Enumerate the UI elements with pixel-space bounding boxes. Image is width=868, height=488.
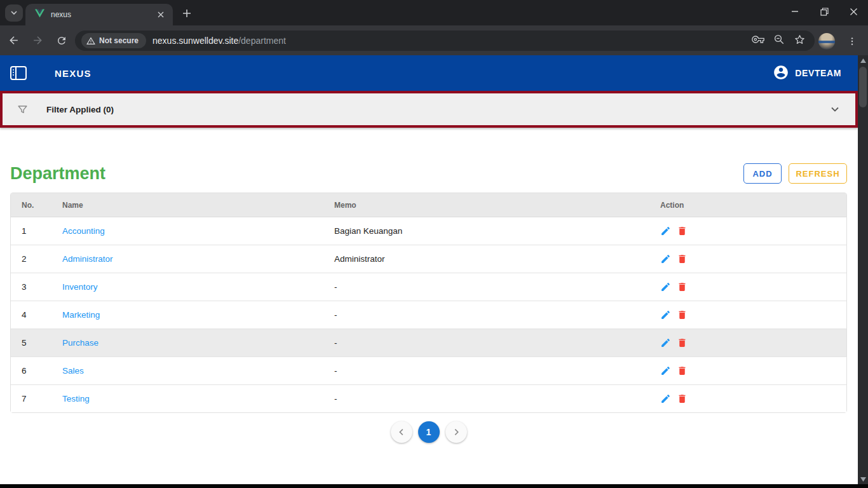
restore-button[interactable] <box>810 0 839 23</box>
row-name-link[interactable]: Testing <box>62 394 90 403</box>
window-bottom-edge <box>0 484 868 488</box>
prev-page-button[interactable] <box>391 421 412 443</box>
row-name-link[interactable]: Purchase <box>62 338 98 348</box>
user-name: DEVTEAM <box>795 68 841 78</box>
row-memo: Bagian Keuangan <box>323 217 649 245</box>
delete-trash-icon[interactable] <box>677 309 688 320</box>
app-title: NEXUS <box>55 68 92 79</box>
row-name-link[interactable]: Administrator <box>62 254 113 264</box>
bookmark-star-icon[interactable] <box>794 34 806 48</box>
delete-trash-icon[interactable] <box>677 393 688 404</box>
filter-funnel-icon <box>17 104 29 116</box>
edit-pencil-icon[interactable] <box>660 254 671 264</box>
minimize-button[interactable] <box>780 0 810 23</box>
delete-trash-icon[interactable] <box>677 281 688 292</box>
security-badge[interactable]: Not secure <box>81 33 146 48</box>
chevron-left-icon <box>397 428 406 437</box>
reload-icon[interactable] <box>51 30 72 51</box>
delete-trash-icon[interactable] <box>677 226 688 236</box>
profile-avatar[interactable] <box>818 33 835 50</box>
sidebar-toggle-icon[interactable] <box>8 62 29 84</box>
main-content: Department ADD REFRESH No. Name Memo Act… <box>0 128 858 443</box>
table-row: 3 Inventory - <box>11 273 846 301</box>
delete-trash-icon[interactable] <box>677 365 688 376</box>
delete-trash-icon[interactable] <box>677 337 688 348</box>
page-content: NEXUS DEVTEAM Filter Applied (0) Departm… <box>0 55 858 484</box>
table-row: 7 Testing - <box>11 385 846 412</box>
address-bar[interactable]: Not secure nexus.sunwelldev.site/departm… <box>75 30 815 51</box>
browser-tab[interactable]: nexus <box>25 4 173 25</box>
filter-panel[interactable]: Filter Applied (0) <box>0 91 858 128</box>
delete-trash-icon[interactable] <box>677 254 688 264</box>
browser-toolbar: Not secure nexus.sunwelldev.site/departm… <box>0 25 868 55</box>
refresh-button[interactable]: REFRESH <box>789 163 847 184</box>
col-header-name: Name <box>51 193 323 217</box>
next-page-button[interactable] <box>445 421 467 443</box>
row-memo: - <box>323 301 649 329</box>
page-title: Department <box>10 164 105 184</box>
row-name-link[interactable]: Sales <box>62 366 84 376</box>
edit-pencil-icon[interactable] <box>660 337 671 348</box>
row-memo: - <box>323 329 649 357</box>
department-table: No. Name Memo Action 1 Accounting Bagian… <box>10 193 847 413</box>
row-memo: - <box>323 357 649 385</box>
account-circle-icon <box>773 64 789 83</box>
table-row: 4 Marketing - <box>11 301 846 329</box>
row-no: 1 <box>11 217 51 245</box>
table-row: 2 Administrator Administrator <box>11 245 846 273</box>
tab-close-icon[interactable] <box>155 9 166 20</box>
passwords-key-icon[interactable] <box>752 33 764 48</box>
page-1-button[interactable]: 1 <box>418 421 440 443</box>
row-name-link[interactable]: Marketing <box>62 310 100 320</box>
scroll-up-icon[interactable] <box>858 55 868 65</box>
pagination: 1 <box>10 421 847 443</box>
table-row: 5 Purchase - <box>11 329 846 357</box>
tab-search-button[interactable] <box>5 4 23 22</box>
menu-dots-icon[interactable] <box>841 30 863 52</box>
filter-chevron-down-icon[interactable] <box>830 104 840 114</box>
window-controls <box>780 0 868 25</box>
warning-icon <box>86 37 95 45</box>
col-header-memo: Memo <box>323 193 649 217</box>
chevron-right-icon <box>452 428 461 437</box>
filter-label: Filter Applied (0) <box>46 105 114 114</box>
page-scrollbar[interactable] <box>858 55 868 484</box>
edit-pencil-icon[interactable] <box>660 365 671 376</box>
back-icon[interactable] <box>3 30 24 51</box>
row-no: 6 <box>11 357 51 385</box>
row-name-link[interactable]: Inventory <box>62 282 98 292</box>
table-row: 1 Accounting Bagian Keuangan <box>11 217 846 245</box>
browser-window: nexus <box>0 0 868 488</box>
row-no: 3 <box>11 273 51 301</box>
table-body: 1 Accounting Bagian Keuangan 2 Administr… <box>11 217 846 412</box>
user-menu[interactable]: DEVTEAM <box>773 64 841 83</box>
new-tab-button[interactable] <box>180 6 194 20</box>
vue-favicon-icon <box>35 9 44 20</box>
edit-pencil-icon[interactable] <box>660 226 671 236</box>
row-memo: - <box>323 385 649 412</box>
close-button[interactable] <box>839 0 868 23</box>
row-memo: - <box>323 273 649 301</box>
add-button[interactable]: ADD <box>743 163 782 184</box>
app-header: NEXUS DEVTEAM <box>0 55 858 91</box>
edit-pencil-icon[interactable] <box>660 309 671 320</box>
row-no: 7 <box>11 385 51 412</box>
forward-icon[interactable] <box>27 30 48 51</box>
zoom-icon[interactable] <box>773 34 785 48</box>
col-header-no: No. <box>11 193 51 217</box>
tab-strip: nexus <box>0 0 868 25</box>
scrollbar-thumb[interactable] <box>859 67 867 107</box>
row-no: 4 <box>11 301 51 329</box>
table-row: 6 Sales - <box>11 357 846 385</box>
url-text: nexus.sunwelldev.site/department <box>153 36 286 46</box>
row-no: 2 <box>11 245 51 273</box>
chevron-down-icon <box>10 8 18 19</box>
row-name-link[interactable]: Accounting <box>62 226 105 236</box>
edit-pencil-icon[interactable] <box>660 393 671 404</box>
col-header-action: Action <box>649 193 846 217</box>
scroll-down-icon[interactable] <box>858 474 868 484</box>
edit-pencil-icon[interactable] <box>660 281 671 292</box>
tab-title: nexus <box>51 10 155 19</box>
row-no: 5 <box>11 329 51 357</box>
row-memo: Administrator <box>323 245 649 273</box>
